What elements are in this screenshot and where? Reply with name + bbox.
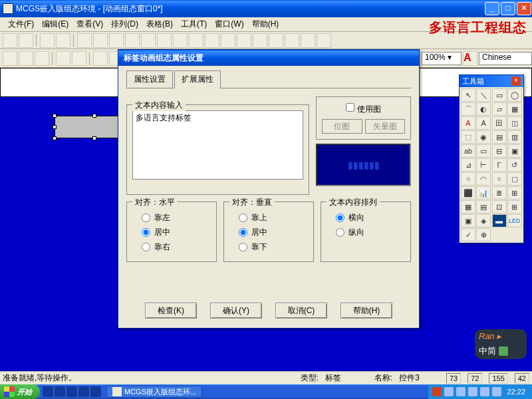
valign-bottom-radio[interactable] — [239, 243, 247, 251]
tool-icon[interactable]: ○ — [461, 172, 475, 186]
tool-icon[interactable]: ⊟ — [492, 144, 507, 158]
tray-icon[interactable] — [444, 387, 454, 396]
toolbox-panel[interactable]: 工具箱 × ↖＼▭◯ ⌒◐▱▦ AA田◫ ⬚◉▤▥ ab▭⊟▣ ⊿⊢Γ↺ ○◠○… — [459, 74, 524, 243]
tool-icon[interactable]: ▢ — [507, 172, 522, 186]
tool-icon[interactable]: ⊢ — [476, 158, 491, 172]
tool-icon[interactable]: ⌒ — [461, 102, 475, 116]
toolbox-close-icon[interactable]: × — [511, 76, 521, 86]
check-button[interactable]: 检查(K) — [145, 303, 197, 319]
tool-icon[interactable]: ◠ — [476, 172, 491, 186]
tool-button[interactable] — [237, 33, 251, 48]
tool-icon[interactable]: ○ — [492, 172, 507, 186]
halign-left-radio[interactable] — [142, 213, 150, 222]
tool-button[interactable] — [56, 33, 70, 48]
tool-button[interactable] — [56, 51, 70, 66]
language-select[interactable]: Chinese — [479, 52, 532, 65]
tool-button[interactable] — [253, 33, 267, 48]
ok-button[interactable]: 确认(Y) — [210, 303, 262, 319]
tool-button[interactable] — [72, 51, 86, 66]
tab-basic[interactable]: 属性设置 — [126, 70, 173, 88]
text-color-button[interactable]: A — [463, 51, 477, 66]
tool-icon[interactable]: ⊕ — [476, 228, 491, 241]
tool-icon[interactable]: ≣ — [492, 186, 507, 200]
tool-icon[interactable]: ▤ — [476, 200, 491, 213]
tool-icon[interactable]: ▱ — [492, 102, 507, 116]
menu-edit[interactable]: 编辑(E) — [38, 17, 72, 31]
menu-window[interactable]: 窗口(W) — [211, 17, 247, 31]
tool-led-icon[interactable]: LED — [507, 214, 522, 227]
tool-button[interactable] — [317, 33, 331, 48]
tool-icon[interactable]: ▦ — [507, 102, 522, 116]
use-image-checkbox[interactable] — [346, 103, 354, 112]
tool-icon[interactable]: ▤ — [492, 130, 507, 144]
tool-button[interactable] — [221, 33, 235, 48]
tab-extended[interactable]: 扩展属性 — [174, 70, 221, 88]
valign-top-radio[interactable] — [239, 213, 247, 222]
tool-button[interactable] — [40, 33, 55, 48]
tool-button[interactable] — [301, 33, 315, 48]
vector-button[interactable]: 矢量图 — [365, 119, 405, 134]
tray-icon[interactable] — [456, 387, 466, 396]
tool-button[interactable] — [93, 33, 108, 48]
tool-button[interactable] — [77, 33, 92, 48]
tool-button[interactable] — [189, 33, 203, 48]
arrange-vertical-radio[interactable] — [336, 228, 344, 237]
arrange-horizontal-radio[interactable] — [336, 213, 344, 222]
quick-launch-icon[interactable] — [66, 386, 77, 397]
tray-icon[interactable] — [492, 387, 501, 396]
tool-icon[interactable]: ⊞ — [507, 200, 522, 213]
valign-center-radio[interactable] — [239, 228, 247, 237]
tool-icon[interactable]: ◫ — [507, 116, 522, 130]
tool-button[interactable] — [141, 33, 156, 48]
tool-icon[interactable]: ◉ — [476, 130, 491, 144]
tool-button[interactable] — [173, 33, 188, 48]
close-button[interactable]: × — [517, 2, 531, 15]
tray-icon[interactable] — [480, 387, 489, 396]
cancel-button[interactable]: 取消(C) — [275, 303, 327, 319]
quick-launch-icon[interactable] — [43, 386, 53, 397]
tool-icon[interactable]: A — [476, 116, 491, 130]
tool-button[interactable] — [93, 51, 108, 66]
tray-icon[interactable] — [432, 387, 442, 396]
halign-right-radio[interactable] — [142, 243, 150, 251]
tray-icon[interactable] — [468, 387, 477, 396]
menu-file[interactable]: 文件(F) — [4, 17, 38, 31]
tool-pointer-icon[interactable]: ↖ — [461, 88, 475, 102]
quick-launch-icon[interactable] — [90, 386, 101, 397]
tool-icon[interactable]: ✓ — [461, 228, 475, 241]
tool-icon[interactable]: 田 — [492, 116, 507, 130]
label-text-input[interactable] — [132, 110, 303, 180]
tool-button[interactable] — [205, 33, 219, 48]
tool-icon[interactable]: ▬ — [492, 214, 507, 227]
tool-icon[interactable]: ◐ — [476, 102, 491, 116]
tool-ellipse-icon[interactable]: ◯ — [507, 88, 522, 102]
quick-launch-icon[interactable] — [78, 386, 89, 397]
minimize-button[interactable]: _ — [485, 2, 499, 15]
tool-icon[interactable]: ↺ — [507, 158, 522, 172]
menu-arrange[interactable]: 排列(D) — [107, 17, 142, 31]
tool-button[interactable] — [35, 51, 49, 66]
tool-text-icon[interactable]: A — [461, 116, 475, 130]
tool-icon[interactable]: Γ — [492, 158, 507, 172]
tool-icon[interactable]: ▥ — [507, 130, 522, 144]
tool-button[interactable] — [19, 33, 33, 48]
tool-icon[interactable]: ⬚ — [461, 130, 475, 144]
tool-line-icon[interactable]: ＼ — [476, 88, 491, 102]
tool-icon[interactable]: ⊿ — [461, 158, 475, 172]
tool-icon[interactable]: ⊡ — [492, 200, 507, 213]
zoom-select[interactable]: 100% ▾ — [422, 52, 462, 65]
taskbar-app-button[interactable]: MCGS嵌入版组态环... — [106, 386, 202, 398]
tool-icon[interactable]: ◈ — [476, 214, 491, 227]
halign-center-radio[interactable] — [142, 228, 150, 237]
tool-button[interactable] — [157, 33, 172, 48]
tool-icon[interactable]: ▭ — [476, 144, 491, 158]
menu-view[interactable]: 查看(V) — [72, 17, 107, 31]
tool-button[interactable] — [3, 51, 17, 66]
tool-icon[interactable]: ab — [461, 144, 475, 158]
tool-button[interactable] — [285, 33, 299, 48]
menu-table[interactable]: 表格(B) — [142, 17, 177, 31]
bitmap-button[interactable]: 位图 — [322, 119, 362, 134]
quick-launch-icon[interactable] — [55, 386, 65, 397]
tool-icon[interactable]: ⊞ — [507, 186, 522, 200]
help-button[interactable]: 帮助(H) — [340, 303, 392, 319]
